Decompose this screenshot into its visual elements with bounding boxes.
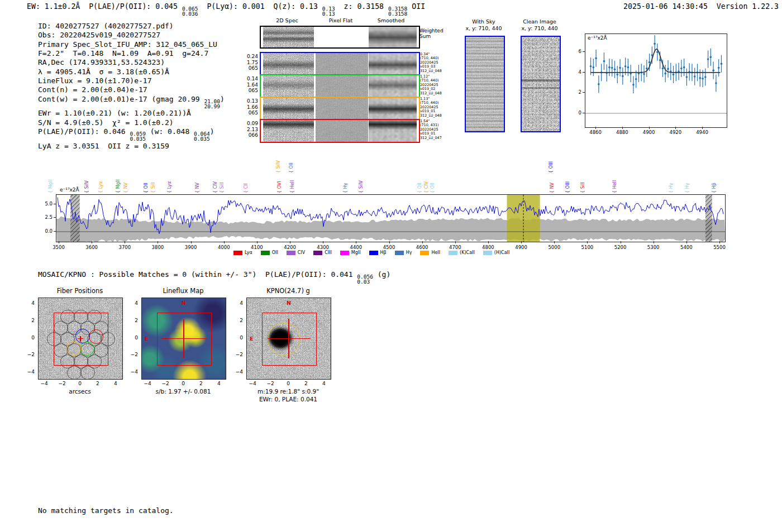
data-point xyxy=(598,83,600,85)
info-text: Cont(n) = 2.00(±0.04)e-17 xyxy=(38,85,147,94)
lower-bound: 0.3158 xyxy=(388,12,407,17)
report-version: Version 1.22.3 xyxy=(717,2,779,11)
emission-line-label: { OII xyxy=(417,183,423,193)
legend-item: CIII xyxy=(313,250,332,255)
x-tick-label: 3800 xyxy=(149,245,166,250)
info-uncertainty: 21.0020.99 xyxy=(204,99,220,109)
report-date: 2025-01-06 14:30:45 xyxy=(623,2,708,11)
kpno-x-tick-label: 0 xyxy=(282,381,295,386)
data-point xyxy=(611,67,613,69)
kpno-x-tick-label: 4 xyxy=(317,381,331,386)
x-tick-label: 4880 xyxy=(613,130,631,135)
legend-item: (K)CaII xyxy=(449,250,475,255)
x-tick-label: 5100 xyxy=(578,245,596,250)
data-point xyxy=(683,66,685,69)
fiber-positions-xlabel: arcsecs xyxy=(27,388,133,395)
fiber-outline xyxy=(80,366,95,380)
spectral-trace-streak xyxy=(522,87,560,89)
fiber-positions-x-tick-label: 2 xyxy=(91,381,104,386)
info-text: (w: 0.048 xyxy=(146,127,194,136)
kpno-x-tick-label: −4 xyxy=(246,381,259,386)
data-point xyxy=(715,82,717,84)
data-point xyxy=(686,76,688,78)
x-tick-mark xyxy=(125,241,125,243)
weighted-sum-label-line: Sum xyxy=(419,33,444,39)
spectral-trace-band xyxy=(263,27,314,47)
cutout-pixelflat-cell xyxy=(316,53,368,75)
lineflux-map-x-tick-label: 0 xyxy=(177,381,190,386)
x-tick-mark xyxy=(191,241,192,243)
legend-item: (H)CaII xyxy=(483,250,509,255)
data-point xyxy=(667,68,669,70)
col-title-smoothed: Smoothed xyxy=(369,17,413,23)
clean-noise-texture xyxy=(522,37,560,131)
x-tick-label: 3500 xyxy=(50,245,68,250)
info-text: EWr = 1.10(±0.21) (w: 1.20(±0.21))Å xyxy=(38,109,191,117)
emission-line-label: { SiII xyxy=(151,182,156,193)
fiber-weight-value: 065 xyxy=(239,110,258,116)
legend-label: (H)CaII xyxy=(494,250,509,255)
fiber-weight-value: 066 xyxy=(239,132,258,138)
data-point xyxy=(632,84,635,86)
x-tick-mark xyxy=(595,127,596,129)
crosshair-h xyxy=(268,338,311,339)
cutout-2dspec-cell xyxy=(263,27,314,47)
info-uncertainty: 0.0590.035 xyxy=(130,132,146,142)
legend-label: Hγ xyxy=(406,250,412,255)
legend-swatch xyxy=(395,251,404,255)
x-tick-label: 4000 xyxy=(215,245,233,250)
y-tick-label: 0 xyxy=(573,110,581,116)
emission-line-label: { OIII xyxy=(549,161,554,173)
fiber-weight-value: 0.13 xyxy=(239,98,258,104)
emission-line-label: { NV xyxy=(123,183,129,193)
x-tick-label: 3600 xyxy=(83,245,101,250)
info-line-1: ID: 4020277527 (4020277527.pdf) xyxy=(38,22,225,31)
legend-swatch xyxy=(483,251,492,255)
info-line-8: Cont(n) = 2.00(±0.04)e-17 xyxy=(38,85,225,94)
data-point xyxy=(627,66,630,69)
emission-line-label: { Lyα xyxy=(167,181,173,193)
lower-bound: 0.035 xyxy=(194,137,210,142)
sky-noise-texture xyxy=(466,37,504,131)
info-text: Primary Spec_Slot_IFU_AMP: 312_045_065_L… xyxy=(38,40,217,49)
legend-label: CIII xyxy=(325,250,332,255)
compass-east-label: E xyxy=(145,336,149,342)
x-tick-label: 5000 xyxy=(545,245,563,250)
with-sky-coords: x, y: 710, 440 xyxy=(456,25,512,31)
spectrum-legend: LyαOIICIVCIIIMgIIHβHγHeII(K)CaII(H)CaII xyxy=(233,250,509,255)
y-tick-label: 2 xyxy=(573,89,581,95)
emission-line-label: { HeII xyxy=(290,180,295,193)
flat-noise-texture xyxy=(316,98,368,119)
smoothed-trace-band xyxy=(369,75,417,97)
legend-item: HeII xyxy=(420,250,440,255)
emission-line-label: { Hγ xyxy=(669,183,674,193)
x-tick-label: 3700 xyxy=(116,245,133,250)
fiber-weight-value: 065 xyxy=(239,88,258,94)
x-tick-mark xyxy=(158,241,158,243)
cutout-2dspec-cell xyxy=(263,98,314,119)
kpno-image: NE xyxy=(246,298,331,380)
info-text: Obs: 20220425v019_4020277527 xyxy=(38,31,160,39)
y-tick-mark xyxy=(54,217,56,218)
x-tick-mark xyxy=(488,241,489,243)
emission-line-label: { OII xyxy=(144,183,149,193)
fiber-weight-value: 065 xyxy=(239,65,258,71)
data-point xyxy=(590,65,592,68)
x-tick-mark xyxy=(257,241,258,243)
data-point xyxy=(622,75,624,77)
data-point xyxy=(707,58,709,60)
info-text: λ = 4905.41Å σ = 3.18(±0.65)Å xyxy=(38,68,169,76)
fiber-positions-x-tick-label: 0 xyxy=(73,381,87,386)
aperture-square xyxy=(157,313,212,365)
y-tick-label: 2.5 xyxy=(41,214,53,220)
smoothed-trace-band xyxy=(369,120,417,142)
x-tick-mark xyxy=(422,241,423,243)
info-line-7: LineFlux = 9.10(±1.70)e-17 xyxy=(38,76,225,85)
clean-image-title: Clean Image xyxy=(512,18,568,25)
fiber-weight-value: 1.66 xyxy=(239,104,258,111)
cutout-smoothed-cell xyxy=(369,98,417,119)
cutout-2dspec-cell xyxy=(263,53,314,75)
info-line-10: EWr = 1.10(±0.21) (w: 1.20(±0.21))Å xyxy=(38,109,225,118)
fiber-weight-value: 2.13 xyxy=(239,127,258,133)
info-text: Cont(w) = 2.00(±0.01)e-17 (gmag 20.99 xyxy=(38,95,204,103)
